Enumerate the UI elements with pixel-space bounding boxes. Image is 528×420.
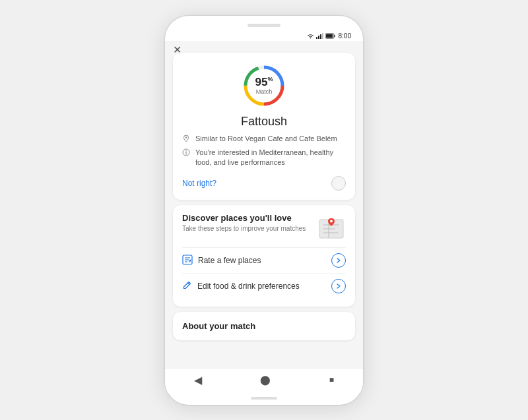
svg-rect-4 <box>322 33 323 39</box>
svg-point-15 <box>185 150 186 150</box>
arrow-right-icon-2 <box>335 283 342 289</box>
map-svg <box>317 213 346 242</box>
edit-icon <box>182 280 192 292</box>
svg-line-26 <box>188 283 190 285</box>
back-button[interactable]: ◀ <box>194 374 202 386</box>
interest-icon <box>182 148 191 158</box>
discover-title: Discover places you'll love <box>182 213 306 223</box>
not-right-link[interactable]: Not right? <box>182 179 216 188</box>
home-button[interactable]: ⬤ <box>260 375 271 385</box>
arrow-right-icon <box>335 257 342 264</box>
status-bar: 8:00 <box>165 31 363 41</box>
match-card: 95% Match Fattoush Similar to Root Vegan… <box>173 53 355 200</box>
discover-subtitle: Take these steps to improve your matches <box>182 224 306 233</box>
rate-arrow-button[interactable] <box>331 253 346 268</box>
about-card: About your match <box>173 312 355 340</box>
edit-arrow-button[interactable] <box>331 279 346 293</box>
similar-text: Similar to Root Vegan Cafe and Cafe Belé… <box>195 134 337 144</box>
edit-label: Edit food & drink preferences <box>197 282 300 291</box>
donut-center: 95% Match <box>255 76 273 95</box>
battery-icon <box>325 33 336 39</box>
about-title: About your match <box>182 321 346 331</box>
discover-card: Discover places you'll love Take these s… <box>173 205 355 307</box>
place-name: Fattoush <box>241 115 287 129</box>
svg-point-0 <box>310 37 311 38</box>
svg-point-12 <box>185 136 187 138</box>
match-label: Match <box>255 88 273 95</box>
interest-row: You're interested in Mediterranean, heal… <box>182 148 346 168</box>
similar-row: Similar to Root Vegan Cafe and Cafe Belé… <box>182 134 346 144</box>
match-percent: 95% <box>255 76 273 88</box>
match-donut: 95% Match <box>240 62 288 109</box>
screen: ✕ <box>165 41 363 393</box>
svg-rect-3 <box>320 34 321 39</box>
phone-bottom-bar <box>251 397 277 400</box>
nav-bar: ◀ ⬤ ■ <box>165 368 363 393</box>
svg-rect-6 <box>326 34 333 38</box>
phone-speaker <box>248 24 280 27</box>
rate-action-row[interactable]: Rate a few places <box>182 247 346 273</box>
phone-frame: 8:00 ✕ <box>165 16 363 405</box>
map-illustration <box>317 213 346 242</box>
discover-header: Discover places you'll love Take these s… <box>182 213 346 242</box>
svg-point-21 <box>330 220 333 223</box>
signal-icon <box>316 33 323 39</box>
status-icons <box>307 33 336 39</box>
rate-icon <box>182 255 193 267</box>
not-right-row: Not right? <box>182 176 346 191</box>
stop-button[interactable]: ■ <box>329 375 334 384</box>
time-label: 8:00 <box>339 32 351 40</box>
wifi-icon <box>307 33 314 39</box>
interest-text: You're interested in Mediterranean, heal… <box>195 148 346 168</box>
toggle-circle[interactable] <box>331 176 346 191</box>
discover-text: Discover places you'll love Take these s… <box>182 213 306 233</box>
svg-rect-2 <box>318 36 319 39</box>
rate-label: Rate a few places <box>198 256 261 265</box>
edit-action-row[interactable]: Edit food & drink preferences <box>182 273 346 299</box>
location-icon <box>182 135 191 144</box>
close-button[interactable]: ✕ <box>173 44 182 56</box>
svg-rect-1 <box>316 37 317 39</box>
screen-content: ✕ <box>165 41 363 368</box>
